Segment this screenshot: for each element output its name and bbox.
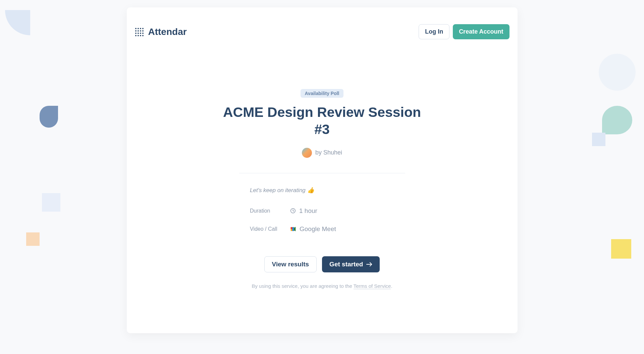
view-results-button[interactable]: View results	[264, 256, 317, 272]
video-label: Video / Call	[250, 226, 290, 232]
poll-type-badge: Availability Poll	[301, 89, 344, 98]
decorative-shape	[602, 106, 632, 134]
svg-point-3	[142, 28, 144, 29]
decorative-shape	[599, 54, 636, 91]
brand-name: Attendar	[148, 27, 187, 37]
video-value: Google Meet	[290, 225, 336, 233]
svg-point-14	[140, 35, 141, 36]
duration-value-text: 1 hour	[299, 207, 317, 215]
duration-label: Duration	[250, 208, 290, 214]
svg-point-9	[138, 33, 139, 34]
create-account-button[interactable]: Create Account	[453, 24, 509, 39]
svg-point-1	[138, 28, 139, 29]
tos-suffix: .	[391, 283, 392, 289]
main-card: Attendar Log In Create Account Availabil…	[127, 7, 518, 333]
video-value-text: Google Meet	[300, 225, 336, 233]
login-button[interactable]: Log In	[419, 24, 449, 39]
page-title: ACME Design Review Session #3	[215, 104, 429, 138]
poll-details: Duration 1 hour Video / Call	[250, 207, 394, 233]
svg-point-12	[135, 35, 137, 36]
tos-prefix: By using this service, you are agreeing …	[252, 283, 353, 289]
decorative-shape	[40, 106, 58, 128]
svg-point-2	[140, 28, 141, 29]
decorative-shape	[611, 239, 631, 259]
tos-link[interactable]: Terms of Service	[354, 283, 391, 289]
get-started-label: Get started	[329, 261, 363, 268]
header: Attendar Log In Create Account	[135, 18, 509, 45]
author-row: by Shuhei	[215, 148, 429, 158]
decorative-shape	[5, 10, 30, 35]
content: Availability Poll ACME Design Review Ses…	[215, 89, 429, 289]
svg-point-4	[135, 30, 137, 32]
decorative-shape	[26, 232, 40, 246]
svg-point-5	[138, 30, 139, 32]
duration-row: Duration 1 hour	[250, 207, 394, 215]
svg-point-8	[135, 33, 137, 34]
header-actions: Log In Create Account	[419, 24, 509, 39]
action-row: View results Get started	[215, 256, 429, 272]
svg-point-10	[140, 33, 141, 34]
decorative-shape	[42, 193, 60, 212]
svg-point-7	[142, 30, 144, 32]
svg-point-15	[142, 35, 144, 36]
google-meet-icon	[290, 226, 296, 232]
svg-point-11	[142, 33, 144, 34]
video-row: Video / Call Google Meet	[250, 225, 394, 233]
arrow-right-icon	[366, 262, 372, 267]
logo-icon	[135, 27, 146, 37]
author-text: by Shuhei	[315, 149, 342, 156]
brand-logo[interactable]: Attendar	[135, 27, 187, 37]
svg-point-6	[140, 30, 141, 32]
svg-point-13	[138, 35, 139, 36]
divider	[239, 173, 405, 173]
tos-text: By using this service, you are agreeing …	[215, 283, 429, 289]
clock-icon	[290, 208, 296, 214]
duration-value: 1 hour	[290, 207, 317, 215]
avatar	[302, 148, 312, 158]
get-started-button[interactable]: Get started	[322, 256, 380, 272]
poll-subtitle: Let's keep on iterating 👍	[250, 187, 394, 194]
svg-point-0	[135, 28, 137, 29]
author-name: Shuhei	[323, 149, 342, 156]
author-prefix: by	[315, 149, 322, 156]
decorative-shape	[592, 133, 605, 146]
